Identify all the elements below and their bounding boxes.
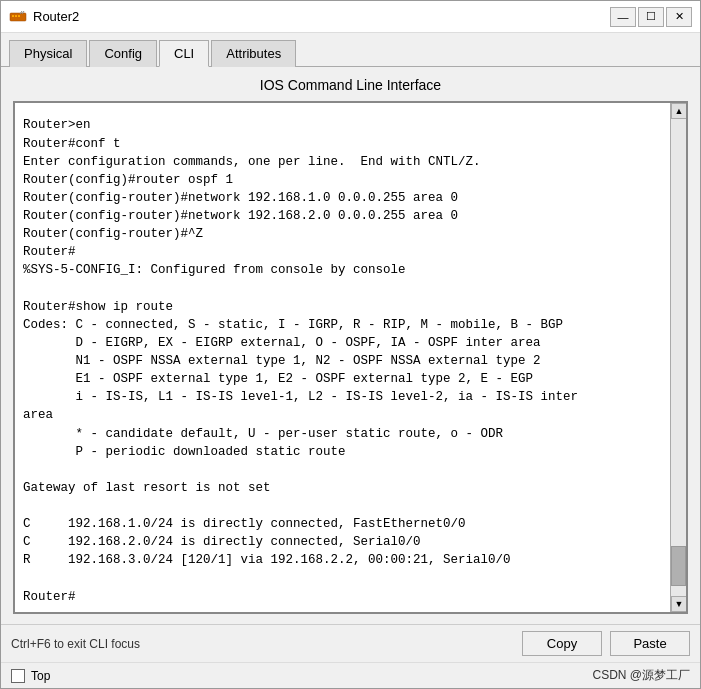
tab-cli[interactable]: CLI	[159, 40, 209, 67]
footer-left: Top	[11, 669, 50, 683]
action-buttons: Copy Paste	[522, 631, 690, 656]
cli-hint: Ctrl+F6 to exit CLI focus	[11, 637, 140, 651]
router-icon	[9, 8, 27, 26]
cli-scrollbar[interactable]: ▲ ▼	[670, 103, 686, 612]
svg-rect-3	[18, 15, 20, 17]
scroll-thumb[interactable]	[671, 546, 686, 586]
title-bar: Router2 — ☐ ✕	[1, 1, 700, 33]
svg-rect-1	[12, 15, 14, 17]
section-title: IOS Command Line Interface	[13, 77, 688, 93]
top-checkbox[interactable]	[11, 669, 25, 683]
top-label: Top	[31, 669, 50, 683]
tab-physical[interactable]: Physical	[9, 40, 87, 67]
scroll-down-button[interactable]: ▼	[671, 596, 687, 612]
scroll-up-button[interactable]: ▲	[671, 103, 687, 119]
close-button[interactable]: ✕	[666, 7, 692, 27]
minimize-button[interactable]: —	[610, 7, 636, 27]
copy-button[interactable]: Copy	[522, 631, 602, 656]
bottom-bar: Ctrl+F6 to exit CLI focus Copy Paste	[1, 624, 700, 662]
scroll-track	[671, 119, 686, 596]
watermark: CSDN @源梦工厂	[592, 667, 690, 684]
content-area: IOS Command Line Interface Translating "…	[1, 67, 700, 624]
maximize-button[interactable]: ☐	[638, 7, 664, 27]
tab-config[interactable]: Config	[89, 40, 157, 67]
paste-button[interactable]: Paste	[610, 631, 690, 656]
svg-rect-0	[10, 13, 26, 21]
tab-bar: Physical Config CLI Attributes	[1, 33, 700, 67]
footer-bar: Top CSDN @源梦工厂	[1, 662, 700, 688]
svg-rect-2	[15, 15, 17, 17]
title-bar-left: Router2	[9, 8, 79, 26]
title-bar-controls: — ☐ ✕	[610, 7, 692, 27]
main-window: Router2 — ☐ ✕ Physical Config CLI Attrib…	[0, 0, 701, 689]
window-title: Router2	[33, 9, 79, 24]
tab-attributes[interactable]: Attributes	[211, 40, 296, 67]
cli-container: Translating "no"...domain server (255.25…	[13, 101, 688, 614]
cli-textarea[interactable]: Translating "no"...domain server (255.25…	[15, 103, 670, 612]
